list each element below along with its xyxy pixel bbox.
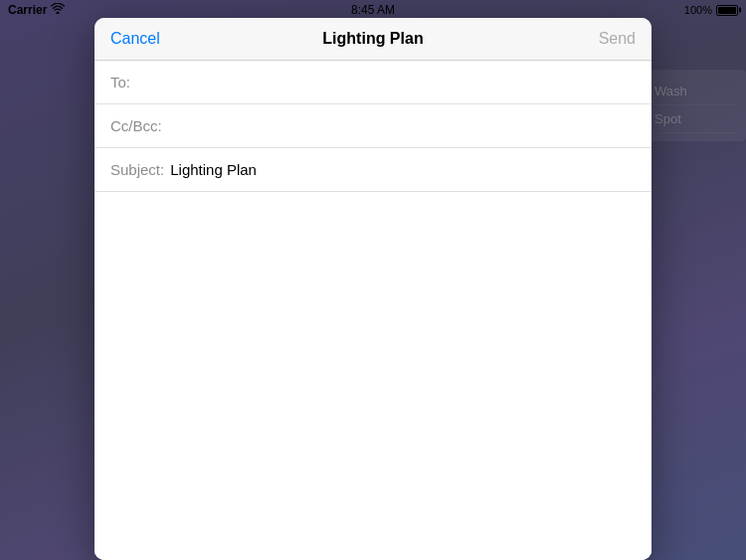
status-right: 100% [684,4,738,16]
send-button[interactable]: Send [599,28,636,50]
subject-label: Subject: [110,161,164,178]
to-label: To: [110,74,175,91]
modal-header: Cancel Lighting Plan Send [94,18,652,61]
modal-title: Lighting Plan [322,30,423,48]
subject-value[interactable]: Lighting Plan [170,161,257,178]
battery-fill [718,7,736,14]
ccbcc-label: Cc/Bcc: [110,117,175,134]
form-body: To: Cc/Bcc: Subject: Lighting Plan [94,61,652,560]
status-bar: Carrier 8:45 AM 100% [0,0,746,20]
battery-icon [716,5,738,16]
to-field-row: To: [94,61,652,104]
status-time: 8:45 AM [351,3,395,17]
status-left: Carrier [8,3,65,17]
compose-modal: Cancel Lighting Plan Send To: Cc/Bcc: Su… [94,18,652,560]
to-input[interactable] [175,74,636,91]
ccbcc-input[interactable] [175,117,636,134]
message-body-area[interactable] [94,192,652,560]
carrier-label: Carrier [8,3,47,17]
wifi-icon [51,3,65,17]
ccbcc-field-row: Cc/Bcc: [94,104,652,148]
subject-field-row: Subject: Lighting Plan [94,148,652,192]
cancel-button[interactable]: Cancel [110,28,160,50]
battery-percentage: 100% [684,4,712,16]
